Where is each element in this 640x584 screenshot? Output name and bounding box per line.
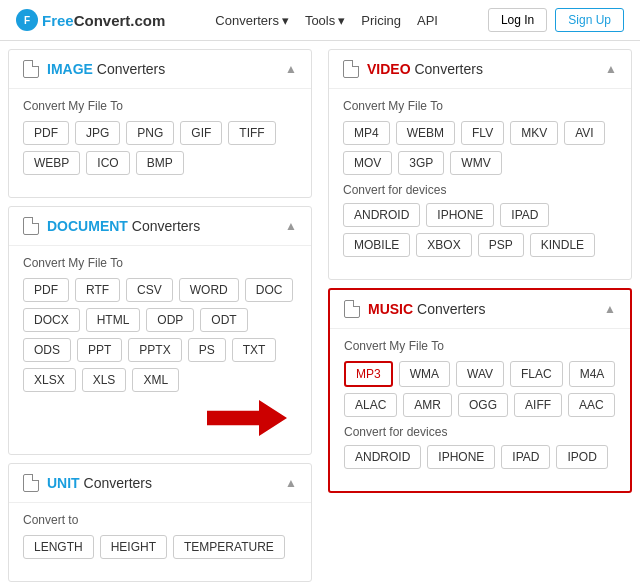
nav-api[interactable]: API bbox=[417, 13, 438, 28]
music-convert-label: Convert My File To bbox=[344, 339, 616, 353]
video-format-grid: MP4 WEBM FLV MKV AVI MOV 3GP WMV bbox=[343, 121, 617, 175]
device-ipod-music[interactable]: IPOD bbox=[556, 445, 607, 469]
device-iphone-video[interactable]: IPHONE bbox=[426, 203, 494, 227]
device-ipad-video[interactable]: IPAD bbox=[500, 203, 549, 227]
nav-converters[interactable]: Converters ▾ bbox=[215, 13, 289, 28]
video-icon bbox=[343, 60, 359, 78]
format-height[interactable]: HEIGHT bbox=[100, 535, 167, 559]
format-doc[interactable]: DOC bbox=[245, 278, 294, 302]
device-psp-video[interactable]: PSP bbox=[478, 233, 524, 257]
format-ods[interactable]: ODS bbox=[23, 338, 71, 362]
format-mp3[interactable]: MP3 bbox=[344, 361, 393, 387]
music-section: MUSIC Converters ▲ Convert My File To MP… bbox=[328, 288, 632, 493]
nav-right: Log In Sign Up bbox=[488, 8, 624, 32]
login-button[interactable]: Log In bbox=[488, 8, 547, 32]
music-devices-label: Convert for devices bbox=[344, 425, 616, 439]
format-xls[interactable]: XLS bbox=[82, 368, 127, 392]
format-csv[interactable]: CSV bbox=[126, 278, 173, 302]
format-ppt[interactable]: PPT bbox=[77, 338, 122, 362]
arrow-container bbox=[23, 400, 297, 436]
image-header-left: IMAGE Converters bbox=[23, 60, 165, 78]
nav-pricing[interactable]: Pricing bbox=[361, 13, 401, 28]
format-pptx[interactable]: PPTX bbox=[128, 338, 181, 362]
music-title: MUSIC Converters bbox=[368, 301, 485, 317]
arrow-icon bbox=[207, 400, 287, 436]
format-tiff[interactable]: TIFF bbox=[228, 121, 275, 145]
format-alac[interactable]: ALAC bbox=[344, 393, 397, 417]
device-kindle-video[interactable]: KINDLE bbox=[530, 233, 595, 257]
document-collapse-icon[interactable]: ▲ bbox=[285, 219, 297, 233]
document-header-left: DOCUMENT Converters bbox=[23, 217, 200, 235]
video-devices-label: Convert for devices bbox=[343, 183, 617, 197]
format-m4a[interactable]: M4A bbox=[569, 361, 616, 387]
unit-collapse-icon[interactable]: ▲ bbox=[285, 476, 297, 490]
music-section-header: MUSIC Converters ▲ bbox=[330, 290, 630, 329]
format-word[interactable]: WORD bbox=[179, 278, 239, 302]
video-collapse-icon[interactable]: ▲ bbox=[605, 62, 617, 76]
format-txt[interactable]: TXT bbox=[232, 338, 277, 362]
music-section-body: Convert My File To MP3 WMA WAV FLAC M4A … bbox=[330, 329, 630, 491]
image-convert-label: Convert My File To bbox=[23, 99, 297, 113]
music-header-left: MUSIC Converters bbox=[344, 300, 485, 318]
format-gif[interactable]: GIF bbox=[180, 121, 222, 145]
format-mp4[interactable]: MP4 bbox=[343, 121, 390, 145]
document-section-body: Convert My File To PDF RTF CSV WORD DOC … bbox=[9, 246, 311, 454]
format-html[interactable]: HTML bbox=[86, 308, 141, 332]
device-xbox-video[interactable]: XBOX bbox=[416, 233, 471, 257]
image-icon bbox=[23, 60, 39, 78]
music-devices-grid: ANDROID IPHONE IPAD IPOD bbox=[344, 445, 616, 469]
format-pdf-doc[interactable]: PDF bbox=[23, 278, 69, 302]
format-flv[interactable]: FLV bbox=[461, 121, 504, 145]
device-ipad-music[interactable]: IPAD bbox=[501, 445, 550, 469]
format-docx[interactable]: DOCX bbox=[23, 308, 80, 332]
format-avi[interactable]: AVI bbox=[564, 121, 604, 145]
image-title: IMAGE Converters bbox=[47, 61, 165, 77]
format-3gp[interactable]: 3GP bbox=[398, 151, 444, 175]
format-length[interactable]: LENGTH bbox=[23, 535, 94, 559]
format-odp[interactable]: ODP bbox=[146, 308, 194, 332]
navbar: F FreeConvert.com Converters ▾ Tools ▾ P… bbox=[0, 0, 640, 41]
format-ico[interactable]: ICO bbox=[86, 151, 129, 175]
format-wav[interactable]: WAV bbox=[456, 361, 504, 387]
format-bmp[interactable]: BMP bbox=[136, 151, 184, 175]
nav-tools[interactable]: Tools ▾ bbox=[305, 13, 345, 28]
main-grid: IMAGE Converters ▲ Convert My File To PD… bbox=[0, 41, 640, 584]
format-pdf-img[interactable]: PDF bbox=[23, 121, 69, 145]
format-aac[interactable]: AAC bbox=[568, 393, 615, 417]
format-flac[interactable]: FLAC bbox=[510, 361, 563, 387]
device-android-video[interactable]: ANDROID bbox=[343, 203, 420, 227]
logo[interactable]: F FreeConvert.com bbox=[16, 9, 165, 31]
format-rtf[interactable]: RTF bbox=[75, 278, 120, 302]
format-png[interactable]: PNG bbox=[126, 121, 174, 145]
format-temperature[interactable]: TEMPERATURE bbox=[173, 535, 285, 559]
format-wmv[interactable]: WMV bbox=[450, 151, 501, 175]
unit-icon bbox=[23, 474, 39, 492]
unit-section: UNIT Converters ▲ Convert to LENGTH HEIG… bbox=[8, 463, 312, 582]
device-iphone-music[interactable]: IPHONE bbox=[427, 445, 495, 469]
format-wma[interactable]: WMA bbox=[399, 361, 450, 387]
format-webp[interactable]: WEBP bbox=[23, 151, 80, 175]
format-mov[interactable]: MOV bbox=[343, 151, 392, 175]
format-webm[interactable]: WEBM bbox=[396, 121, 455, 145]
format-xml[interactable]: XML bbox=[132, 368, 179, 392]
music-icon bbox=[344, 300, 360, 318]
format-xlsx[interactable]: XLSX bbox=[23, 368, 76, 392]
image-collapse-icon[interactable]: ▲ bbox=[285, 62, 297, 76]
format-aiff[interactable]: AIFF bbox=[514, 393, 562, 417]
signup-button[interactable]: Sign Up bbox=[555, 8, 624, 32]
format-mkv[interactable]: MKV bbox=[510, 121, 558, 145]
format-jpg[interactable]: JPG bbox=[75, 121, 120, 145]
music-collapse-icon[interactable]: ▲ bbox=[604, 302, 616, 316]
document-title: DOCUMENT Converters bbox=[47, 218, 200, 234]
document-format-grid: PDF RTF CSV WORD DOC DOCX HTML ODP ODT O… bbox=[23, 278, 297, 392]
format-ogg[interactable]: OGG bbox=[458, 393, 508, 417]
device-android-music[interactable]: ANDROID bbox=[344, 445, 421, 469]
format-odt[interactable]: ODT bbox=[200, 308, 247, 332]
format-amr[interactable]: AMR bbox=[403, 393, 452, 417]
document-section-header: DOCUMENT Converters ▲ bbox=[9, 207, 311, 246]
unit-header-left: UNIT Converters bbox=[23, 474, 152, 492]
format-ps[interactable]: PS bbox=[188, 338, 226, 362]
device-mobile-video[interactable]: MOBILE bbox=[343, 233, 410, 257]
unit-convert-label: Convert to bbox=[23, 513, 297, 527]
image-format-grid: PDF JPG PNG GIF TIFF WEBP ICO BMP bbox=[23, 121, 297, 175]
